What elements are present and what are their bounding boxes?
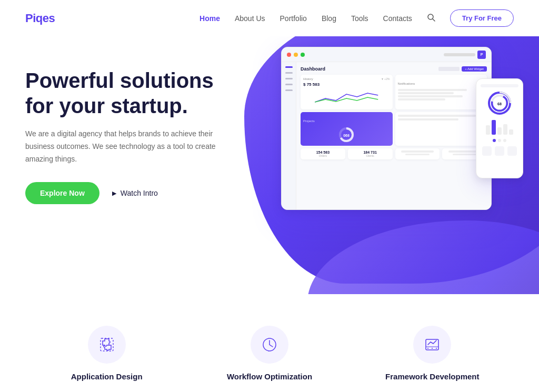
nav-portfolio[interactable]: Portfolio (280, 14, 307, 23)
watch-intro-button[interactable]: Watch Intro (112, 189, 158, 197)
features-section: Application Design Creating a unique des… (0, 294, 539, 392)
feature-desc-2: The improvement of your existing workflo… (206, 389, 333, 392)
feature-workflow-optimization: Workflow Optimization The improvement of… (206, 326, 333, 392)
dot-red (287, 53, 291, 57)
dot-green (301, 53, 305, 57)
feature-framework-development: Framework Development Design and constru… (369, 326, 495, 392)
stat-orders: 154 583 Orders (301, 148, 345, 159)
feature-icon-wrap-1 (88, 326, 126, 364)
phone-bar-chart (486, 119, 513, 135)
sidebar-icon-4 (285, 84, 293, 85)
phone-mockup: 68 (476, 78, 523, 178)
dashboard-mockup: P Dashboard + Add W (281, 47, 523, 252)
try-for-free-button[interactable]: Try For Free (450, 9, 514, 27)
projects-donut: 068 (338, 126, 355, 143)
stat-clients: 184 731 Clients (348, 148, 393, 159)
feature-icon-wrap-3 (413, 326, 451, 364)
clock-icon (260, 335, 279, 354)
orders-label: Orders (303, 154, 343, 157)
dashboard-title: Dashboard (301, 66, 325, 72)
bar-5 (509, 129, 513, 135)
nav-contacts[interactable]: Contacts (383, 14, 412, 23)
stat-extra (395, 148, 440, 159)
add-widget-button[interactable]: + Add Widget (462, 66, 487, 72)
hero-title: Powerful solutions for your startup. (25, 68, 227, 118)
feature-title-3: Framework Development (385, 372, 479, 381)
extra-card (395, 112, 487, 146)
svg-text:68: 68 (497, 102, 502, 106)
feature-icon-wrap-2 (251, 326, 288, 364)
svg-text:068: 068 (343, 134, 350, 137)
sidebar-icon-1 (285, 66, 293, 68)
logo-text: Piqes (25, 12, 55, 25)
clients-label: Clients (350, 154, 391, 157)
hero-section: Powerful solutions for your startup. We … (0, 36, 539, 294)
sidebar-icon-5 (285, 89, 293, 91)
bar-3 (497, 127, 502, 135)
dashboard-header-row: Dashboard + Add Widget (301, 66, 487, 72)
hero-description: We are a digital agency that helps brand… (25, 128, 225, 165)
phone-icon-3 (507, 146, 517, 156)
hero-actions: Explore Now Watch Intro (25, 182, 227, 204)
clients-value: 184 731 (350, 150, 391, 154)
search-button[interactable] (427, 13, 435, 24)
dot-3 (503, 139, 506, 142)
mini-chart (303, 89, 390, 107)
laptop-mockup: P Dashboard + Add W (281, 47, 492, 210)
dot-1 (493, 139, 496, 142)
bar-2 (492, 120, 496, 135)
dashboard-main: Dashboard + Add Widget History ▼ +2% (296, 62, 491, 209)
history-label: History (303, 77, 313, 81)
nav-about[interactable]: About Us (235, 14, 265, 23)
header: Piqes Home About Us Portfolio Blog Tools… (0, 0, 539, 36)
history-card: History ▼ +2% $ 75 583 (301, 75, 393, 109)
feature-title-2: Workflow Optimization (227, 372, 312, 381)
feature-desc-3: Design and construction of original fram… (369, 389, 495, 392)
notifications-card: Notifications (395, 75, 487, 109)
nav-home[interactable]: Home (199, 14, 220, 23)
projects-card: Projects 068 (301, 112, 393, 146)
dashboard-sidebar (282, 62, 296, 209)
explore-now-button[interactable]: Explore Now (25, 182, 99, 204)
dot-yellow (294, 53, 298, 57)
dashboard-grid: History ▼ +2% $ 75 583 (301, 75, 487, 146)
feature-application-design: Application Design Creating a unique des… (44, 326, 170, 392)
phone-icon-2 (495, 146, 504, 156)
feature-title-1: Application Design (71, 372, 143, 381)
feature-desc-1: Creating a unique design based on your r… (44, 389, 170, 392)
topbar: P (282, 47, 491, 62)
notifications-label: Notifications (398, 82, 415, 85)
history-value: $ 75 583 (303, 82, 390, 87)
projects-label: Projects (303, 119, 315, 123)
bar-4 (503, 124, 507, 135)
orders-value: 154 583 (303, 150, 343, 154)
dot-2 (498, 139, 501, 142)
phone-donut: 68 (488, 92, 511, 115)
logo: Piqes (25, 12, 55, 25)
sidebar-icon-2 (285, 72, 293, 74)
sidebar-icon-3 (285, 78, 293, 79)
puzzle-icon (97, 335, 116, 354)
main-nav: Home About Us Portfolio Blog Tools Conta… (199, 9, 514, 27)
hero-content: Powerful solutions for your startup. We … (0, 36, 253, 225)
search-icon (427, 13, 435, 22)
nav-blog[interactable]: Blog (322, 14, 336, 23)
phone-pagination (493, 139, 506, 142)
nav-tools[interactable]: Tools (351, 14, 368, 23)
chart-icon (423, 335, 442, 354)
svg-line-1 (433, 19, 435, 21)
bar-1 (486, 125, 490, 135)
phone-action-icons (482, 146, 517, 156)
stats-row: 154 583 Orders 184 731 Clients (301, 148, 487, 159)
dashboard-inner: Dashboard + Add Widget History ▼ +2% (282, 62, 491, 209)
phone-icon-1 (482, 146, 492, 156)
